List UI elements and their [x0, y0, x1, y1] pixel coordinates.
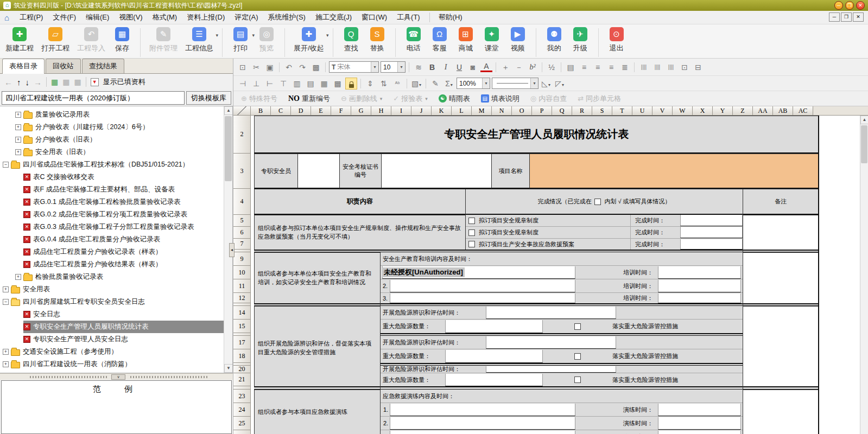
- preview-button[interactable]: ◎ 预览: [257, 27, 276, 53]
- tree-item[interactable]: 安全日志: [0, 308, 232, 321]
- sheet-scrollbar-thumb[interactable]: [861, 125, 867, 163]
- split-cell-icon[interactable]: ⊤: [277, 78, 289, 90]
- s1-remark-cell[interactable]: [743, 215, 819, 250]
- paste-icon[interactable]: ▣: [264, 61, 276, 73]
- s3-b2-qty-row[interactable]: 重大危险源数量： 落实重大危险源管控措施: [380, 349, 743, 363]
- diagonal-box-button[interactable]: ◸▾: [554, 78, 566, 90]
- row-header[interactable]: 6: [233, 227, 251, 239]
- tree-scrollbar[interactable]: ▲ ▼: [224, 106, 232, 373]
- fill-instructions-button[interactable]: ▤ 填表说明: [481, 94, 519, 104]
- shrink-icon[interactable]: ⊟: [692, 61, 704, 73]
- menu-file[interactable]: 文件(F): [48, 12, 81, 22]
- fullscreen-icon[interactable]: ⊡: [679, 61, 690, 73]
- sum-formula-button[interactable]: Σ▾: [443, 78, 455, 90]
- expand-collapse-button[interactable]: ✚ 展开/收起: [294, 27, 324, 53]
- toolbar-button[interactable]: [284, 28, 285, 57]
- undo-icon[interactable]: ↶: [283, 61, 295, 73]
- toolbar-button[interactable]: [333, 28, 333, 57]
- tree-item[interactable]: 专职安全生产管理人员安全日志: [0, 333, 232, 346]
- menu-report[interactable]: 资料上报(D): [182, 12, 230, 22]
- time-input[interactable]: [658, 417, 741, 430]
- tree-item[interactable]: 分户验收表（川建行规〔2024〕6号）: [0, 121, 232, 133]
- menu-tools[interactable]: 工具(T): [392, 12, 425, 22]
- s2-row1[interactable]: 未经授权[UnAuthorized] 培训时间：: [380, 266, 743, 279]
- column-header[interactable]: I: [391, 106, 411, 115]
- s1-duty-cell[interactable]: 组织或者参与拟订本单位本项目安全生产规章制度、操作规程和生产安全事故应急救援预案…: [254, 215, 465, 250]
- time-input[interactable]: [658, 266, 741, 279]
- s4-row3[interactable]: 3. 演练时间：: [380, 430, 743, 434]
- nav-down-icon[interactable]: ↓: [26, 78, 30, 87]
- char-scale-icon[interactable]: ᴬᵇ: [391, 78, 403, 90]
- row-header[interactable]: 25: [233, 417, 251, 430]
- time-input[interactable]: [658, 431, 741, 434]
- column-header[interactable]: U: [632, 106, 652, 115]
- merge-up-icon[interactable]: ⊥: [250, 78, 262, 90]
- delete-table-icon[interactable]: ▩: [332, 78, 344, 90]
- restore-button[interactable]: ❐: [845, 1, 854, 10]
- diagonal-line-button[interactable]: ◺▾: [540, 78, 552, 90]
- content-check-button[interactable]: ◎ 内容自查: [530, 94, 567, 104]
- row-spacing-increase-icon[interactable]: ⇕: [364, 78, 376, 90]
- paste-format-icon[interactable]: ▩: [310, 61, 322, 73]
- column-header[interactable]: V: [652, 106, 673, 115]
- vertical-text-center-icon[interactable]: ||||: [651, 61, 663, 73]
- column-header[interactable]: M: [472, 106, 492, 115]
- menu-edit[interactable]: 编辑(E): [81, 12, 114, 22]
- column-header[interactable]: K: [432, 106, 452, 115]
- row-header[interactable]: 20: [233, 366, 251, 373]
- decrease-button[interactable]: －: [513, 61, 525, 73]
- drill-input[interactable]: [390, 431, 575, 434]
- filter-label[interactable]: 显示已填资料: [103, 77, 145, 87]
- tree-item[interactable]: 表G.0.1 成品住宅装修工程检验批质量验收记录表: [0, 196, 232, 208]
- tree-item[interactable]: 安全用表: [0, 283, 232, 296]
- filter-icon[interactable]: ▼: [91, 78, 99, 86]
- s4-row1[interactable]: 1. 演练时间：: [380, 403, 743, 417]
- format-brush-icon[interactable]: ≋: [413, 61, 425, 73]
- s1-row1[interactable]: 拟订项目安全规章制度 完成时间：: [465, 215, 743, 227]
- drill-input[interactable]: [390, 404, 575, 416]
- training-input[interactable]: [390, 280, 575, 292]
- fraction-button[interactable]: ½: [546, 61, 557, 73]
- row-header[interactable]: 14: [233, 306, 251, 320]
- tree-item[interactable]: 表C 交接验收移交表: [0, 171, 232, 183]
- row-header[interactable]: 21: [233, 373, 251, 386]
- line-style-select[interactable]: ▾: [492, 78, 538, 89]
- s4-duty-cell[interactable]: 组织或者参与本项目应急救援演练: [254, 390, 380, 434]
- row-spacing-decrease-icon[interactable]: ⇅: [378, 78, 390, 90]
- training-input[interactable]: [390, 293, 575, 303]
- s4-remark-cell[interactable]: [743, 390, 819, 434]
- mdi-restore-button[interactable]: ❐: [841, 12, 852, 22]
- insert-table-icon[interactable]: ▦: [318, 78, 330, 90]
- drill-input[interactable]: [390, 417, 575, 430]
- nav-up-icon[interactable]: ↑: [17, 78, 21, 87]
- fill-color-button[interactable]: ◙: [467, 61, 479, 73]
- open-project-button[interactable]: ▱ 打开工程: [41, 27, 69, 53]
- tree-item[interactable]: 四川省房屋建筑工程专职安全员安全日志: [0, 296, 232, 308]
- find-button[interactable]: Q 查找: [342, 27, 360, 53]
- s3-b1-assess-row[interactable]: 开展危险源辨识和评估时间：: [380, 306, 743, 320]
- project-input-cell[interactable]: [529, 154, 819, 189]
- classroom-button[interactable]: ✦ 课堂: [483, 27, 501, 53]
- checkbox-icon[interactable]: [468, 241, 475, 247]
- insert-image-button[interactable]: ▧▾: [410, 78, 422, 90]
- time-input[interactable]: [680, 239, 743, 250]
- menu-view[interactable]: 视图(V): [114, 12, 147, 22]
- row-header[interactable]: 24: [233, 403, 251, 417]
- menu-project[interactable]: 工程(P): [15, 12, 48, 22]
- menu-maintenance[interactable]: 系统维护(S): [263, 12, 311, 22]
- sheet-scrollbar[interactable]: ▲: [860, 116, 868, 434]
- s3-b2-assess-row[interactable]: 开展危险源辨识和评估时间：: [380, 336, 743, 349]
- s2-header-cell[interactable]: 安全生产教育和培训内容及时间：: [380, 252, 743, 266]
- menu-format[interactable]: 格式(M): [148, 12, 182, 22]
- expander-icon[interactable]: [15, 274, 21, 280]
- cert-input-cell[interactable]: [381, 154, 491, 189]
- new-project-button[interactable]: ✚ 新建工程: [5, 27, 34, 53]
- column-header[interactable]: W: [673, 106, 693, 115]
- lock-cell-button[interactable]: [345, 78, 357, 90]
- tab-recycle-bin[interactable]: 回收站: [46, 59, 81, 73]
- column-header[interactable]: Q: [552, 106, 572, 115]
- checkbox-icon[interactable]: [574, 353, 581, 360]
- row-header[interactable]: 15: [233, 320, 251, 333]
- s3-b1-qty-row[interactable]: 重大危险源数量： 落实重大危险源管控措施: [380, 320, 743, 333]
- unmerge-cells-icon[interactable]: ▤: [305, 78, 316, 90]
